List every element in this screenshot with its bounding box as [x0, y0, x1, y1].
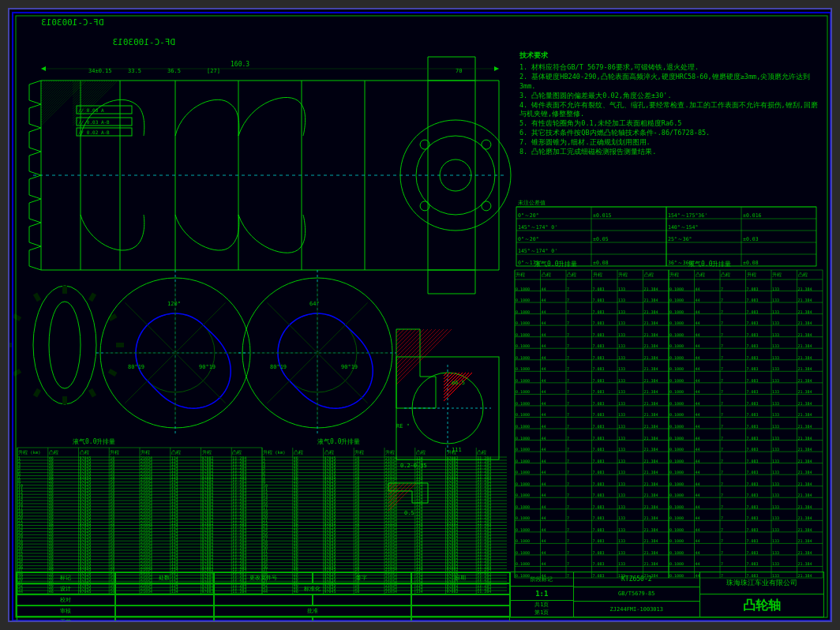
title-block-model: KTZ650-2 GB/T5679-85 ZJ244FMI-1003013: [574, 572, 700, 617]
title-block-left: 标记 处数 更改文件号 签字 日期 设计 标准化 校对 审核 批准 工艺: [17, 572, 511, 617]
drawing-number-top: DF-C-1003013: [41, 17, 103, 28]
technical-notes: 技术要求 1. 材料应符合GB/T 5679-86要求,可锻铸铁,退火处理. 2…: [519, 51, 819, 157]
notes-title: 技术要求: [519, 51, 819, 61]
drawing-container: 技术要求 1. 材料应符合GB/T 5679-86要求,可锻铸铁,退火处理. 2…: [8, 8, 832, 622]
title-block-scale: 阶段标记 1:1 共1页 第1页: [511, 572, 574, 617]
title-block: 标记 处数 更改文件号 签字 日期 设计 标准化 校对 审核 批准 工艺: [16, 572, 824, 617]
title-block-company: 珠海珠江车业有限公司 凸轮轴: [700, 572, 823, 617]
notes-text: 1. 材料应符合GB/T 5679-86要求,可锻铸铁,退火处理. 2. 基体硬…: [519, 63, 819, 157]
